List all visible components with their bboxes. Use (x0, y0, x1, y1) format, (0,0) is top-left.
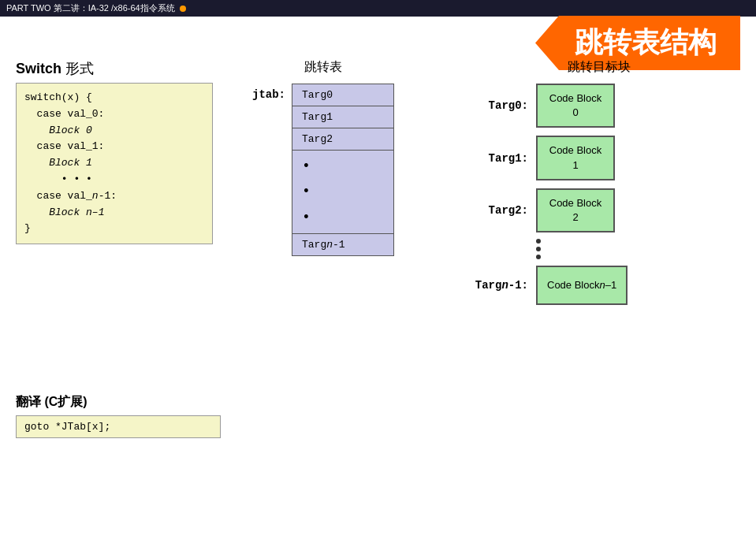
switch-section: Switch 形式 switch(x) { case val_0: Block … (16, 59, 213, 244)
switch-title-normal: 形式 (61, 61, 94, 76)
code-line-2: case val_0: (24, 106, 204, 123)
switch-code-box: switch(x) { case val_0: Block 0 case val… (16, 83, 213, 244)
code-block-n: Code Blockn–1 (536, 266, 628, 305)
target-row-n: Targn-1: Code Blockn–1 (465, 266, 733, 305)
title-text: 跳转表结构 (575, 26, 717, 58)
code-block-0: Code Block0 (536, 84, 615, 128)
table-row: Targ1 (292, 106, 394, 128)
target-section: 跳转目标块 Targ0: Code Block0 Targ1: Code Blo… (465, 59, 733, 311)
jtab-dots: ••• (292, 151, 394, 234)
jtab-section: 跳转表 jtab: Targ0 Targ1 Targ2 ••• Targn-1 (252, 59, 394, 256)
dots-row (465, 239, 733, 259)
dot-2 (536, 247, 541, 251)
code-line-4: case val_1: (24, 139, 204, 155)
target-label-n: Targn-1: (465, 279, 528, 292)
target-title: 跳转目标块 (465, 59, 733, 76)
code-line-1: switch(x) { (24, 90, 204, 106)
target-row-2: Targ2: Code Block2 (465, 188, 733, 232)
code-line-6: • • • (24, 172, 204, 188)
goto-code-box: goto *JTab[x]; (16, 415, 221, 438)
dot-1 (536, 239, 541, 244)
target-row-1: Targ1: Code Block1 (465, 136, 733, 180)
table-row: Targ0 (292, 84, 394, 106)
dot-3 (536, 255, 541, 259)
jtab-title: 跳转表 (252, 59, 394, 76)
jtab-entry-n: Targn-1 (292, 234, 394, 256)
code-line-8: Block n–1 (24, 205, 204, 221)
translation-title: 翻译 (C扩展) (16, 394, 221, 411)
code-line-3: Block 0 (24, 123, 204, 139)
jtab-entry-0: Targ0 (292, 84, 394, 106)
table-row: ••• (292, 151, 394, 234)
code-line-9: } (24, 221, 204, 237)
target-label-0: Targ0: (465, 99, 528, 112)
code-line-7: case val_n-1: (24, 188, 204, 205)
jtab-entry-1: Targ1 (292, 106, 394, 128)
jtab-label: jtab: (252, 84, 285, 101)
switch-title: Switch 形式 (16, 59, 213, 78)
jtab-entry-2: Targ2 (292, 128, 394, 151)
jtab-table: Targ0 Targ1 Targ2 ••• Targn-1 (292, 84, 394, 256)
target-label-2: Targ2: (465, 204, 528, 217)
header-bar: PART TWO 第二讲：IA-32 /x86-64指令系统 (0, 0, 756, 17)
code-block-1: Code Block1 (536, 136, 615, 180)
code-block-2: Code Block2 (536, 188, 615, 232)
target-row-0: Targ0: Code Block0 (465, 84, 733, 128)
dots-vertical (536, 239, 541, 259)
translation-section: 翻译 (C扩展) goto *JTab[x]; (16, 394, 221, 438)
goto-code: goto *JTab[x]; (24, 421, 110, 433)
header-text: PART TWO 第二讲：IA-32 /x86-64指令系统 (6, 2, 175, 14)
jtab-container: jtab: Targ0 Targ1 Targ2 ••• Targn-1 (252, 84, 394, 256)
code-line-5: Block 1 (24, 155, 204, 172)
header-dot (180, 6, 186, 12)
table-row: Targ2 (292, 128, 394, 151)
table-row: Targn-1 (292, 234, 394, 256)
switch-title-bold: Switch (16, 61, 61, 76)
target-label-1: Targ1: (465, 152, 528, 165)
